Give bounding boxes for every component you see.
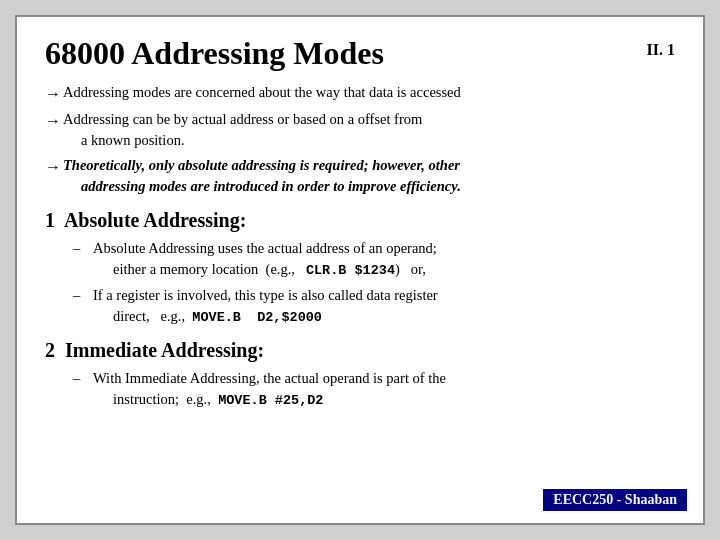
sub-bullet-1-1: – Absolute Addressing uses the actual ad…	[73, 238, 675, 281]
sub-bullet-2-1-line2: instruction; e.g., MOVE.B #25,D2	[113, 391, 323, 407]
bullet-3-line2: addressing modes are introduced in order…	[81, 178, 461, 194]
bullet-1: → Addressing modes are concerned about t…	[45, 82, 675, 105]
sub-bullet-1-1-line2: either a memory location (e.g., CLR.B $1…	[113, 261, 426, 277]
dash-icon-1-1: –	[73, 238, 93, 259]
bullet-2-line2: a known position.	[81, 132, 185, 148]
sub-bullet-1-2: – If a register is involved, this type i…	[73, 285, 675, 328]
slide-number: II. 1	[647, 41, 675, 59]
sub-bullet-1-2-text: If a register is involved, this type is …	[93, 285, 675, 328]
bullet-3: → Theoretically, only absolute addressin…	[45, 155, 675, 197]
arrow-icon-2: →	[45, 109, 63, 132]
sub-bullet-2-1-text: With Immediate Addressing, the actual op…	[93, 368, 675, 411]
section-1-heading: 1 Absolute Addressing:	[45, 209, 675, 232]
sub-bullet-2-1: – With Immediate Addressing, the actual …	[73, 368, 675, 411]
bullet-2: → Addressing can be by actual address or…	[45, 109, 675, 151]
dash-icon-1-2: –	[73, 285, 93, 306]
slide-title: 68000 Addressing Modes	[45, 35, 384, 72]
bullet-1-text: Addressing modes are concerned about the…	[63, 82, 675, 103]
footer-badge: EECC250 - Shaaban	[543, 489, 687, 511]
bullet-3-text: Theoretically, only absolute addressing …	[63, 155, 675, 197]
dash-icon-2-1: –	[73, 368, 93, 389]
arrow-icon-3: →	[45, 155, 63, 178]
section-2-heading: 2 Immediate Addressing:	[45, 339, 675, 362]
slide: 68000 Addressing Modes II. 1 → Addressin…	[15, 15, 705, 525]
slide-header: 68000 Addressing Modes II. 1	[45, 35, 675, 72]
arrow-icon-1: →	[45, 82, 63, 105]
sub-bullet-1-2-line2: direct, e.g., MOVE.B D2,$2000	[113, 308, 322, 324]
bullet-2-text: Addressing can be by actual address or b…	[63, 109, 675, 151]
sub-bullet-1-1-text: Absolute Addressing uses the actual addr…	[93, 238, 675, 281]
